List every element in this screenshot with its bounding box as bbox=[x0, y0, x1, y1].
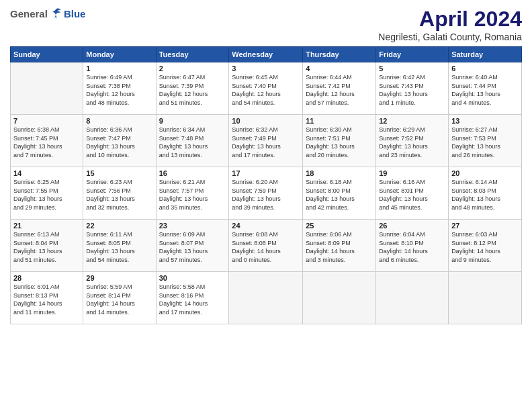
calendar-cell: 5Sunrise: 6:42 AMSunset: 7:43 PMDaylight… bbox=[376, 62, 449, 115]
day-info: Sunrise: 6:45 AMSunset: 7:40 PMDaylight:… bbox=[232, 73, 300, 107]
day-info: Sunrise: 6:13 AMSunset: 8:04 PMDaylight:… bbox=[13, 230, 80, 264]
day-number: 22 bbox=[86, 222, 152, 230]
calendar-cell: 10Sunrise: 6:32 AMSunset: 7:49 PMDayligh… bbox=[229, 115, 303, 167]
day-number: 20 bbox=[451, 169, 519, 177]
day-info: Sunrise: 6:34 AMSunset: 7:48 PMDaylight:… bbox=[159, 126, 226, 159]
day-number: 14 bbox=[13, 169, 80, 177]
day-of-week-header: Tuesday bbox=[156, 47, 229, 62]
day-info: Sunrise: 6:16 AMSunset: 8:01 PMDaylight:… bbox=[379, 178, 445, 212]
calendar-cell: 13Sunrise: 6:27 AMSunset: 7:53 PMDayligh… bbox=[449, 115, 522, 167]
day-number: 26 bbox=[379, 222, 445, 230]
day-number: 7 bbox=[13, 117, 80, 125]
calendar-cell: 4Sunrise: 6:44 AMSunset: 7:42 PMDaylight… bbox=[303, 62, 376, 115]
calendar-cell: 25Sunrise: 6:06 AMSunset: 8:09 PMDayligh… bbox=[303, 220, 376, 272]
day-of-week-header: Sunday bbox=[11, 47, 83, 62]
day-number: 19 bbox=[379, 169, 445, 177]
day-number: 24 bbox=[232, 222, 300, 230]
calendar-week-row: 21Sunrise: 6:13 AMSunset: 8:04 PMDayligh… bbox=[11, 220, 522, 272]
day-info: Sunrise: 6:09 AMSunset: 8:07 PMDaylight:… bbox=[159, 230, 226, 264]
day-info: Sunrise: 6:23 AMSunset: 7:56 PMDaylight:… bbox=[86, 178, 152, 212]
logo: General Blue bbox=[10, 7, 85, 20]
day-of-week-header: Thursday bbox=[303, 47, 376, 62]
day-info: Sunrise: 6:27 AMSunset: 7:53 PMDaylight:… bbox=[451, 126, 519, 159]
logo-general: General bbox=[10, 8, 48, 19]
calendar-week-row: 7Sunrise: 6:38 AMSunset: 7:45 PMDaylight… bbox=[11, 115, 522, 167]
calendar-cell: 28Sunrise: 6:01 AMSunset: 8:13 PMDayligh… bbox=[11, 272, 83, 324]
day-number: 16 bbox=[159, 169, 226, 177]
month-title: April 2024 bbox=[378, 7, 522, 32]
calendar-cell: 30Sunrise: 5:58 AMSunset: 8:16 PMDayligh… bbox=[156, 272, 229, 324]
calendar-cell: 26Sunrise: 6:04 AMSunset: 8:10 PMDayligh… bbox=[376, 220, 449, 272]
day-number: 9 bbox=[159, 117, 226, 125]
calendar-cell: 9Sunrise: 6:34 AMSunset: 7:48 PMDaylight… bbox=[156, 115, 229, 167]
day-info: Sunrise: 6:36 AMSunset: 7:47 PMDaylight:… bbox=[86, 126, 152, 159]
calendar-week-row: 14Sunrise: 6:25 AMSunset: 7:55 PMDayligh… bbox=[11, 167, 522, 220]
calendar-cell: 20Sunrise: 6:14 AMSunset: 8:03 PMDayligh… bbox=[449, 167, 522, 220]
day-info: Sunrise: 6:49 AMSunset: 7:38 PMDaylight:… bbox=[86, 73, 152, 107]
day-info: Sunrise: 5:58 AMSunset: 8:16 PMDaylight:… bbox=[159, 283, 226, 316]
page-container: General Blue April 2024 Negrilesti, Gala… bbox=[0, 0, 532, 331]
calendar-cell bbox=[229, 272, 303, 324]
day-info: Sunrise: 6:29 AMSunset: 7:52 PMDaylight:… bbox=[379, 126, 445, 159]
title-area: April 2024 Negrilesti, Galati County, Ro… bbox=[378, 7, 522, 42]
calendar-cell: 16Sunrise: 6:21 AMSunset: 7:57 PMDayligh… bbox=[156, 167, 229, 220]
day-number: 15 bbox=[86, 169, 152, 177]
day-info: Sunrise: 6:42 AMSunset: 7:43 PMDaylight:… bbox=[379, 73, 445, 107]
calendar-cell: 23Sunrise: 6:09 AMSunset: 8:07 PMDayligh… bbox=[156, 220, 229, 272]
day-number: 11 bbox=[306, 117, 373, 125]
logo-bird-icon bbox=[49, 7, 62, 20]
calendar-cell: 8Sunrise: 6:36 AMSunset: 7:47 PMDaylight… bbox=[83, 115, 156, 167]
day-number: 12 bbox=[379, 117, 445, 125]
calendar-cell: 18Sunrise: 6:18 AMSunset: 8:00 PMDayligh… bbox=[303, 167, 376, 220]
day-number: 5 bbox=[379, 64, 445, 73]
day-number: 30 bbox=[159, 274, 226, 282]
day-number: 28 bbox=[13, 274, 80, 282]
calendar-cell: 2Sunrise: 6:47 AMSunset: 7:39 PMDaylight… bbox=[156, 62, 229, 115]
calendar-cell bbox=[449, 272, 522, 324]
day-info: Sunrise: 6:06 AMSunset: 8:09 PMDaylight:… bbox=[306, 230, 373, 264]
day-info: Sunrise: 6:01 AMSunset: 8:13 PMDaylight:… bbox=[13, 283, 80, 316]
day-number: 3 bbox=[232, 64, 300, 73]
calendar-cell: 19Sunrise: 6:16 AMSunset: 8:01 PMDayligh… bbox=[376, 167, 449, 220]
day-number: 13 bbox=[451, 117, 519, 125]
day-number: 1 bbox=[86, 64, 152, 73]
day-of-week-header: Monday bbox=[83, 47, 156, 62]
day-number: 10 bbox=[232, 117, 300, 125]
day-of-week-header: Saturday bbox=[449, 47, 522, 62]
day-info: Sunrise: 6:44 AMSunset: 7:42 PMDaylight:… bbox=[306, 73, 373, 107]
day-of-week-header: Friday bbox=[376, 47, 449, 62]
day-info: Sunrise: 6:20 AMSunset: 7:59 PMDaylight:… bbox=[232, 178, 300, 212]
calendar-cell: 15Sunrise: 6:23 AMSunset: 7:56 PMDayligh… bbox=[83, 167, 156, 220]
calendar-cell: 12Sunrise: 6:29 AMSunset: 7:52 PMDayligh… bbox=[376, 115, 449, 167]
logo-blue: Blue bbox=[64, 8, 86, 19]
calendar-cell bbox=[303, 272, 376, 324]
day-number: 6 bbox=[451, 64, 519, 73]
day-number: 25 bbox=[306, 222, 373, 230]
calendar-cell: 21Sunrise: 6:13 AMSunset: 8:04 PMDayligh… bbox=[11, 220, 83, 272]
calendar-cell: 6Sunrise: 6:40 AMSunset: 7:44 PMDaylight… bbox=[449, 62, 522, 115]
day-info: Sunrise: 6:47 AMSunset: 7:39 PMDaylight:… bbox=[159, 73, 226, 107]
day-number: 18 bbox=[306, 169, 373, 177]
day-info: Sunrise: 6:21 AMSunset: 7:57 PMDaylight:… bbox=[159, 178, 226, 212]
calendar-table: SundayMondayTuesdayWednesdayThursdayFrid… bbox=[10, 46, 522, 324]
day-info: Sunrise: 5:59 AMSunset: 8:14 PMDaylight:… bbox=[86, 283, 152, 316]
day-info: Sunrise: 6:30 AMSunset: 7:51 PMDaylight:… bbox=[306, 126, 373, 159]
calendar-cell: 29Sunrise: 5:59 AMSunset: 8:14 PMDayligh… bbox=[83, 272, 156, 324]
day-info: Sunrise: 6:14 AMSunset: 8:03 PMDaylight:… bbox=[451, 178, 519, 212]
day-of-week-header: Wednesday bbox=[229, 47, 303, 62]
day-number: 2 bbox=[159, 64, 226, 73]
calendar-cell: 3Sunrise: 6:45 AMSunset: 7:40 PMDaylight… bbox=[229, 62, 303, 115]
day-info: Sunrise: 6:32 AMSunset: 7:49 PMDaylight:… bbox=[232, 126, 300, 159]
day-number: 8 bbox=[86, 117, 152, 125]
day-number: 29 bbox=[86, 274, 152, 282]
day-info: Sunrise: 6:25 AMSunset: 7:55 PMDaylight:… bbox=[13, 178, 80, 212]
calendar-week-row: 1Sunrise: 6:49 AMSunset: 7:38 PMDaylight… bbox=[11, 62, 522, 115]
days-of-week-row: SundayMondayTuesdayWednesdayThursdayFrid… bbox=[11, 47, 522, 62]
calendar-body: 1Sunrise: 6:49 AMSunset: 7:38 PMDaylight… bbox=[11, 62, 522, 324]
calendar-cell: 24Sunrise: 6:08 AMSunset: 8:08 PMDayligh… bbox=[229, 220, 303, 272]
day-info: Sunrise: 6:40 AMSunset: 7:44 PMDaylight:… bbox=[451, 73, 519, 107]
calendar-cell: 1Sunrise: 6:49 AMSunset: 7:38 PMDaylight… bbox=[83, 62, 156, 115]
calendar-cell: 7Sunrise: 6:38 AMSunset: 7:45 PMDaylight… bbox=[11, 115, 83, 167]
day-info: Sunrise: 6:11 AMSunset: 8:05 PMDaylight:… bbox=[86, 230, 152, 264]
calendar-week-row: 28Sunrise: 6:01 AMSunset: 8:13 PMDayligh… bbox=[11, 272, 522, 324]
